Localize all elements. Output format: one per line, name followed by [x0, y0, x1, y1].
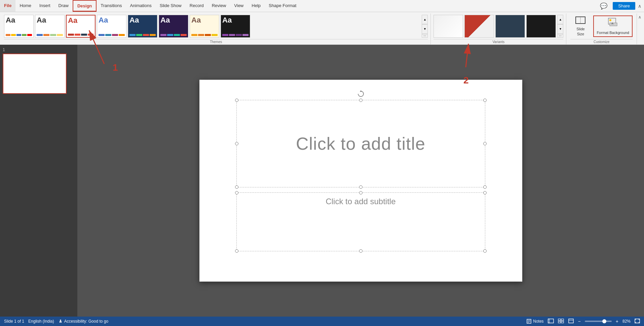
variant-item-1[interactable] — [433, 15, 463, 38]
zoom-slider[interactable] — [585, 321, 612, 322]
format-background-label: Format Background — [597, 30, 629, 35]
theme-item-2[interactable]: Aa — [35, 15, 65, 38]
slide-title-placeholder[interactable]: Click to add title — [296, 134, 425, 154]
slide-thumbnail-wrapper: 1 — [3, 47, 75, 94]
slide-canvas[interactable]: Click to add title Click to add subtitle — [199, 80, 522, 282]
handle-bc[interactable] — [359, 185, 363, 189]
tab-transitions[interactable]: Transitions — [97, 0, 126, 12]
variants-group-label: Variants — [433, 39, 563, 44]
slide-sorter-button[interactable] — [558, 319, 564, 324]
theme-item-1[interactable]: Aa — [4, 15, 34, 38]
tab-help[interactable]: Help — [248, 0, 265, 12]
variant-item-4[interactable] — [526, 15, 556, 38]
slide-size-label: SlideSize — [576, 27, 584, 36]
variant-item-3[interactable] — [495, 15, 525, 38]
sub-handle-br[interactable] — [483, 249, 487, 253]
variants-scroll-expand[interactable]: ⋯ — [557, 34, 563, 38]
variant-item-2[interactable] — [464, 15, 494, 38]
status-bar: Slide 1 of 1 English (India) Accessibili… — [0, 317, 644, 326]
svg-rect-20 — [561, 319, 564, 321]
tab-insert[interactable]: Insert — [35, 0, 54, 12]
theme-item-6[interactable]: Aa — [159, 15, 188, 38]
format-background-icon — [608, 17, 618, 29]
themes-scroll-expand[interactable]: ⋯ — [422, 34, 428, 38]
handle-tc[interactable] — [359, 99, 363, 102]
sub-handle-tl[interactable] — [235, 191, 238, 194]
slide-panel: 1 — [0, 45, 77, 317]
theme-item-8[interactable]: Aa — [221, 15, 250, 38]
sub-handle-tr[interactable] — [483, 191, 487, 194]
themes-scroll-down[interactable]: ▼ — [422, 24, 428, 34]
theme-item-7[interactable]: Aa — [190, 15, 219, 38]
canvas-area: Click to add title Click to add subtitle — [77, 45, 644, 317]
svg-rect-9 — [610, 23, 617, 26]
handle-tr[interactable] — [483, 99, 487, 102]
rotate-handle[interactable] — [357, 90, 365, 99]
svg-rect-19 — [558, 319, 561, 321]
themes-scroll-control: ▲ ▼ ⋯ — [422, 15, 428, 38]
reading-view-button[interactable] — [568, 319, 574, 324]
themes-group-label: Themes — [4, 39, 428, 44]
tab-slideshow[interactable]: Slide Show — [156, 0, 186, 12]
format-background-button[interactable]: Format Background — [593, 15, 633, 37]
handle-br[interactable] — [483, 185, 487, 189]
zoom-in-button[interactable]: + — [616, 319, 618, 324]
fit-window-icon — [635, 319, 640, 323]
notes-button[interactable]: Notes — [526, 319, 543, 324]
zoom-out-button[interactable]: − — [578, 319, 581, 324]
svg-rect-21 — [558, 321, 561, 323]
fit-to-window-button[interactable] — [635, 319, 640, 324]
accessibility-icon — [58, 319, 63, 324]
variants-scroll-control: ▲ ▼ ⋯ — [557, 15, 563, 38]
tab-file[interactable]: File — [0, 0, 15, 12]
view-normal-button[interactable] — [548, 319, 554, 324]
themes-group: Aa Aa — [1, 13, 431, 44]
zoom-level[interactable]: 82% — [622, 319, 631, 324]
comment-icon[interactable]: 💬 — [600, 2, 607, 10]
handle-ml[interactable] — [235, 142, 238, 145]
handle-mr[interactable] — [483, 142, 487, 145]
tab-review[interactable]: Review — [208, 0, 230, 12]
slide-thumbnail-1[interactable] — [3, 53, 67, 94]
svg-point-12 — [60, 320, 61, 321]
svg-point-10 — [609, 19, 611, 21]
notes-icon — [526, 319, 532, 324]
title-textbox[interactable]: Click to add title — [236, 100, 485, 187]
handle-tl[interactable] — [235, 99, 238, 102]
variants-scroll-up[interactable]: ▲ — [557, 15, 563, 24]
tab-record[interactable]: Record — [186, 0, 208, 12]
slide-subtitle-placeholder[interactable]: Click to add subtitle — [326, 197, 395, 206]
notes-label: Notes — [533, 319, 543, 324]
tab-draw[interactable]: Draw — [54, 0, 73, 12]
sub-handle-tc[interactable] — [359, 191, 363, 194]
sub-handle-bc[interactable] — [359, 249, 363, 253]
variants-scroll-down[interactable]: ▼ — [557, 24, 563, 34]
theme-item-4[interactable]: Aa — [97, 15, 126, 38]
tab-view[interactable]: View — [230, 0, 248, 12]
customize-group-label: Customize — [570, 39, 633, 44]
slide-size-button[interactable]: SlideSize — [570, 15, 591, 38]
svg-rect-23 — [569, 319, 573, 323]
accessibility-info[interactable]: Accessibility: Good to go — [58, 319, 108, 324]
language-info: English (India) — [28, 319, 54, 324]
themes-scroll-up[interactable]: ▲ — [422, 15, 428, 24]
theme-item-3[interactable]: Aa — [66, 15, 96, 38]
slide-number: 1 — [3, 47, 75, 52]
handle-bl[interactable] — [235, 185, 238, 189]
tab-design[interactable]: Design — [73, 0, 97, 12]
svg-rect-22 — [561, 321, 564, 323]
themes-scroll: Aa Aa — [4, 15, 420, 38]
subtitle-textbox[interactable]: Click to add subtitle — [236, 192, 485, 251]
status-bar-right: Notes − + — [526, 319, 640, 324]
share-button[interactable]: Share — [613, 2, 635, 10]
tab-home[interactable]: Home — [15, 0, 35, 12]
theme-item-5[interactable]: Aa — [128, 15, 157, 38]
ribbon-collapse-button[interactable]: ∧ — [638, 14, 642, 20]
tab-animations[interactable]: Animations — [126, 0, 155, 12]
collapse-ribbon-icon[interactable]: ∧ — [638, 3, 641, 9]
customize-group: SlideSize Format Background Custo — [566, 13, 637, 44]
tab-shape-format[interactable]: Shape Format — [265, 0, 300, 12]
slide-sorter-icon — [558, 319, 564, 323]
sub-handle-bl[interactable] — [235, 249, 238, 253]
slide-info: Slide 1 of 1 — [4, 319, 24, 324]
